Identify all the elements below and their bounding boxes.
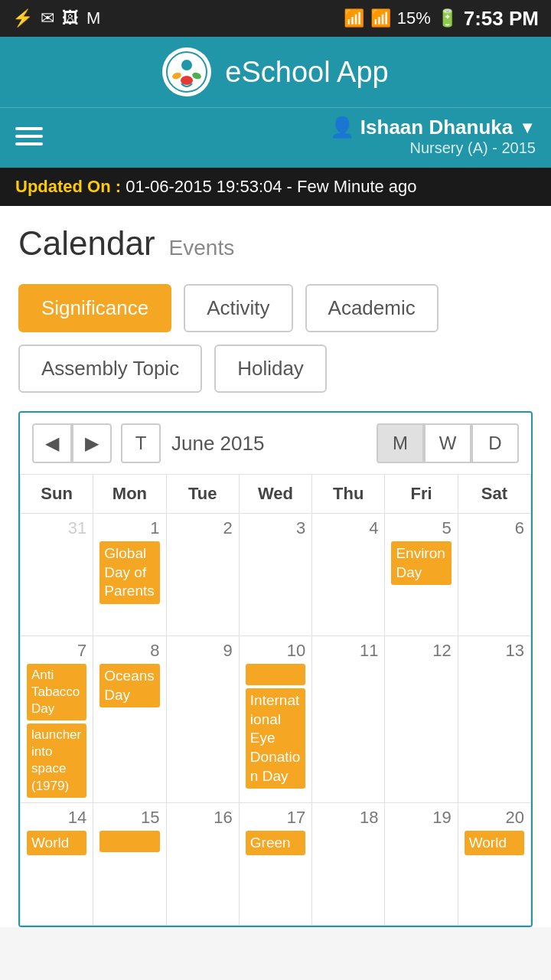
- day-number: 11: [318, 641, 378, 661]
- col-mon: Mon: [93, 475, 166, 514]
- status-time: 7:53 PM: [464, 7, 539, 31]
- day-cell[interactable]: 18: [312, 802, 385, 925]
- day-cell[interactable]: 5 Environ Day: [385, 514, 458, 636]
- day-number: 16: [173, 808, 233, 828]
- user-bar: 👤 Ishaan Dhanuka ▼ Nursery (A) - 2015: [0, 107, 551, 168]
- day-cell[interactable]: 15: [93, 802, 166, 925]
- page-title: Calendar: [18, 224, 155, 263]
- day-cell[interactable]: 7 Anti Tabacco Day launcher into space (…: [21, 636, 93, 803]
- update-value: 01-06-2015 19:53:04 - Few Minute ago: [126, 177, 416, 196]
- day-cell[interactable]: 17 Green: [239, 802, 311, 925]
- wifi-icon: 📶: [344, 8, 364, 28]
- prev-month-button[interactable]: ◀: [32, 423, 72, 463]
- filter-significance[interactable]: Significance: [18, 284, 171, 332]
- signal-icon: 📶: [370, 8, 391, 28]
- filter-buttons: Significance Activity Academic Assembly …: [18, 284, 533, 393]
- user-class-text: Nursery (A) - 2015: [330, 139, 536, 157]
- day-cell[interactable]: 31: [21, 514, 93, 636]
- event-tag: Environ Day: [391, 541, 451, 585]
- day-cell[interactable]: 1 Global Day of Parents: [93, 514, 166, 636]
- gmail-icon: M: [86, 8, 100, 28]
- svg-point-1: [181, 60, 192, 70]
- table-row: 31 1 Global Day of Parents 2 3 4: [21, 514, 531, 636]
- next-month-button[interactable]: ▶: [72, 423, 112, 463]
- day-number: 10: [246, 641, 305, 661]
- filter-holiday[interactable]: Holiday: [214, 345, 327, 393]
- day-cell[interactable]: 16: [166, 802, 239, 925]
- table-row: 14 World 15 16 17 Green 18: [21, 802, 531, 925]
- col-fri: Fri: [385, 475, 458, 514]
- usb-icon: ⚡: [12, 8, 33, 28]
- day-number: 2: [173, 518, 233, 538]
- table-row: 7 Anti Tabacco Day launcher into space (…: [21, 636, 531, 803]
- col-wed: Wed: [239, 475, 311, 514]
- event-tag: Oceans Day: [99, 664, 159, 707]
- day-number: 19: [391, 808, 451, 828]
- event-tag: World: [27, 831, 86, 856]
- event-tag: Anti Tabacco Day: [27, 664, 86, 720]
- hamburger-menu[interactable]: [15, 127, 43, 145]
- app-logo: [162, 47, 211, 96]
- user-name-text: Ishaan Dhanuka: [360, 116, 513, 139]
- day-cell[interactable]: 11: [312, 636, 385, 803]
- day-number: 12: [391, 641, 451, 661]
- day-cell[interactable]: 3: [239, 514, 311, 636]
- calendar-view-switcher: M W D: [377, 423, 519, 463]
- event-tag: launcher into space (1979): [27, 724, 86, 797]
- day-number: 18: [318, 808, 378, 828]
- day-cell[interactable]: 8 Oceans Day: [93, 636, 166, 803]
- month-view-button[interactable]: M: [377, 423, 424, 463]
- event-tag: Global Day of Parents: [99, 541, 159, 604]
- day-number: 13: [465, 641, 524, 661]
- col-sun: Sun: [21, 475, 93, 514]
- day-number: 1: [99, 518, 159, 538]
- day-cell[interactable]: 12: [385, 636, 458, 803]
- user-name-row[interactable]: 👤 Ishaan Dhanuka ▼: [330, 116, 536, 139]
- page-title-row: Calendar Events: [18, 224, 533, 263]
- col-tue: Tue: [166, 475, 239, 514]
- day-cell[interactable]: 9: [166, 636, 239, 803]
- app-title: eSchool App: [225, 56, 388, 89]
- day-view-button[interactable]: D: [471, 423, 519, 463]
- day-cell[interactable]: 13: [458, 636, 530, 803]
- user-icon: 👤: [330, 116, 354, 139]
- day-number: 14: [27, 808, 86, 828]
- calendar-month-label: June 2015: [171, 432, 264, 456]
- app-header: eSchool App: [0, 37, 551, 107]
- calendar-container: ◀ ▶ T June 2015 M W D Sun Mon Tue Wed: [18, 411, 533, 927]
- day-cell[interactable]: 20 World: [458, 802, 530, 925]
- day-cell[interactable]: 14 World: [21, 802, 93, 925]
- day-number: 7: [27, 641, 86, 661]
- update-label: Updated On :: [15, 177, 126, 196]
- day-number: 9: [173, 641, 233, 661]
- calendar-nav-left: ◀ ▶ T June 2015: [32, 423, 264, 463]
- event-tag: [246, 664, 305, 685]
- col-thu: Thu: [312, 475, 385, 514]
- email-icon: ✉: [41, 8, 54, 28]
- status-icons-right: 📶 📶 15% 🔋 7:53 PM: [344, 7, 539, 31]
- calendar-grid: Sun Mon Tue Wed Thu Fri Sat 31 1: [20, 474, 531, 926]
- event-tag: Green: [246, 831, 305, 856]
- chevron-down-icon: ▼: [519, 118, 536, 138]
- day-cell[interactable]: 19: [385, 802, 458, 925]
- event-tag: [99, 831, 159, 852]
- day-number: 31: [27, 518, 86, 538]
- status-bar: ⚡ ✉ 🖼 M 📶 📶 15% 🔋 7:53 PM: [0, 0, 551, 37]
- update-banner: Updated On : 01-06-2015 19:53:04 - Few M…: [0, 168, 551, 206]
- filter-assembly-topic[interactable]: Assembly Topic: [18, 345, 202, 393]
- today-button[interactable]: T: [121, 423, 161, 463]
- filter-academic[interactable]: Academic: [305, 284, 439, 332]
- battery-text: 15%: [397, 8, 431, 28]
- day-cell[interactable]: 6: [458, 514, 530, 636]
- day-cell[interactable]: 10 International Eye Donation Day: [239, 636, 311, 803]
- day-cell[interactable]: 2: [166, 514, 239, 636]
- event-tag: World: [465, 831, 524, 856]
- week-view-button[interactable]: W: [424, 423, 471, 463]
- day-number: 4: [318, 518, 378, 538]
- status-icons-left: ⚡ ✉ 🖼 M: [12, 8, 100, 28]
- day-number: 15: [99, 808, 159, 828]
- battery-icon: 🔋: [437, 8, 458, 28]
- day-cell[interactable]: 4: [312, 514, 385, 636]
- filter-activity[interactable]: Activity: [184, 284, 292, 332]
- page-subtitle: Events: [169, 236, 235, 260]
